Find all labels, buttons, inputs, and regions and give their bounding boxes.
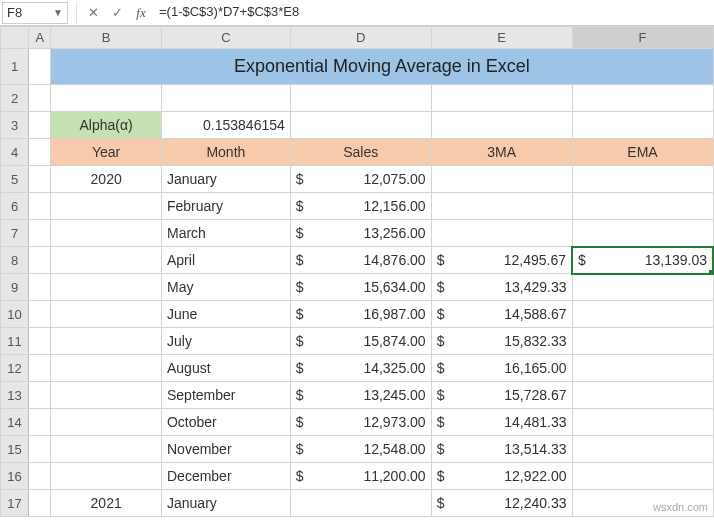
ema-cell[interactable]	[572, 436, 713, 463]
sales-cell[interactable]: $12,156.00	[290, 193, 431, 220]
month-cell[interactable]: December	[161, 463, 290, 490]
year-cell[interactable]: 2020	[51, 166, 162, 193]
year-cell[interactable]: 2021	[51, 490, 162, 517]
fx-icon[interactable]: fx	[129, 2, 153, 24]
sales-cell[interactable]: $12,973.00	[290, 409, 431, 436]
ema-cell[interactable]	[572, 166, 713, 193]
row-header[interactable]: 6	[1, 193, 29, 220]
cell[interactable]	[29, 463, 51, 490]
row-header[interactable]: 2	[1, 85, 29, 112]
row-header[interactable]: 4	[1, 139, 29, 166]
cell[interactable]	[29, 355, 51, 382]
year-cell[interactable]	[51, 247, 162, 274]
title-cell[interactable]: Exponential Moving Average in Excel	[51, 49, 713, 85]
row-header[interactable]: 11	[1, 328, 29, 355]
cell[interactable]	[29, 490, 51, 517]
sales-cell[interactable]: $11,200.00	[290, 463, 431, 490]
ema-cell[interactable]	[572, 301, 713, 328]
row-header[interactable]: 12	[1, 355, 29, 382]
sales-cell[interactable]: $15,634.00	[290, 274, 431, 301]
row-header[interactable]: 3	[1, 112, 29, 139]
month-cell[interactable]: October	[161, 409, 290, 436]
cell[interactable]	[431, 112, 572, 139]
ma3-cell[interactable]: $13,429.33	[431, 274, 572, 301]
row-header[interactable]: 10	[1, 301, 29, 328]
cell[interactable]	[29, 274, 51, 301]
name-box[interactable]: F8 ▼	[2, 2, 68, 24]
ma3-cell[interactable]	[431, 220, 572, 247]
sales-cell[interactable]: $14,876.00	[290, 247, 431, 274]
cell[interactable]	[161, 85, 290, 112]
spreadsheet-grid[interactable]: A B C D E F 1 Exponential Moving Average…	[0, 26, 714, 517]
row-header[interactable]: 14	[1, 409, 29, 436]
col-header-D[interactable]: D	[290, 27, 431, 49]
ema-cell[interactable]	[572, 463, 713, 490]
cell[interactable]	[572, 85, 713, 112]
alpha-value-cell[interactable]: 0.153846154	[161, 112, 290, 139]
sales-cell[interactable]: $13,245.00	[290, 382, 431, 409]
year-cell[interactable]	[51, 193, 162, 220]
cell[interactable]	[29, 220, 51, 247]
ema-cell[interactable]	[572, 409, 713, 436]
row-header[interactable]: 5	[1, 166, 29, 193]
cell[interactable]	[29, 436, 51, 463]
cell[interactable]	[29, 409, 51, 436]
month-cell[interactable]: August	[161, 355, 290, 382]
month-cell[interactable]: January	[161, 166, 290, 193]
year-cell[interactable]	[51, 328, 162, 355]
cell[interactable]	[29, 49, 51, 85]
cell[interactable]	[290, 112, 431, 139]
formula-input[interactable]: =(1-$C$3)*D7+$C$3*E8	[153, 2, 714, 24]
sales-cell[interactable]: $15,874.00	[290, 328, 431, 355]
alpha-label-cell[interactable]: Alpha(α)	[51, 112, 162, 139]
header-ema[interactable]: EMA	[572, 139, 713, 166]
select-all-corner[interactable]	[1, 27, 29, 49]
sales-cell[interactable]: $13,256.00	[290, 220, 431, 247]
ma3-cell[interactable]: $12,495.67	[431, 247, 572, 274]
cell[interactable]	[29, 193, 51, 220]
month-cell[interactable]: May	[161, 274, 290, 301]
ema-cell[interactable]	[572, 193, 713, 220]
ma3-cell[interactable]: $12,922.00	[431, 463, 572, 490]
cell[interactable]	[29, 112, 51, 139]
ma3-cell[interactable]: $16,165.00	[431, 355, 572, 382]
header-year[interactable]: Year	[51, 139, 162, 166]
ema-cell[interactable]	[572, 328, 713, 355]
header-sales[interactable]: Sales	[290, 139, 431, 166]
month-cell[interactable]: September	[161, 382, 290, 409]
row-header[interactable]: 16	[1, 463, 29, 490]
sales-cell[interactable]: $14,325.00	[290, 355, 431, 382]
row-header[interactable]: 9	[1, 274, 29, 301]
sales-cell[interactable]: $12,548.00	[290, 436, 431, 463]
ma3-cell[interactable]: $12,240.33	[431, 490, 572, 517]
row-header[interactable]: 8	[1, 247, 29, 274]
col-header-B[interactable]: B	[51, 27, 162, 49]
chevron-down-icon[interactable]: ▼	[53, 7, 63, 18]
cell[interactable]	[572, 112, 713, 139]
row-header[interactable]: 17	[1, 490, 29, 517]
year-cell[interactable]	[51, 463, 162, 490]
row-header[interactable]: 15	[1, 436, 29, 463]
month-cell[interactable]: April	[161, 247, 290, 274]
ema-cell[interactable]	[572, 274, 713, 301]
year-cell[interactable]	[51, 220, 162, 247]
accept-icon[interactable]: ✓	[105, 2, 129, 24]
month-cell[interactable]: January	[161, 490, 290, 517]
year-cell[interactable]	[51, 274, 162, 301]
sales-cell[interactable]: $16,987.00	[290, 301, 431, 328]
cancel-icon[interactable]: ✕	[81, 2, 105, 24]
month-cell[interactable]: March	[161, 220, 290, 247]
ma3-cell[interactable]	[431, 193, 572, 220]
year-cell[interactable]	[51, 409, 162, 436]
header-3ma[interactable]: 3MA	[431, 139, 572, 166]
month-cell[interactable]: February	[161, 193, 290, 220]
cell[interactable]	[29, 166, 51, 193]
ema-cell[interactable]: $13,139.03	[572, 247, 713, 274]
ema-cell[interactable]	[572, 355, 713, 382]
cell[interactable]	[51, 85, 162, 112]
col-header-A[interactable]: A	[29, 27, 51, 49]
row-header[interactable]: 13	[1, 382, 29, 409]
col-header-E[interactable]: E	[431, 27, 572, 49]
year-cell[interactable]	[51, 355, 162, 382]
cell[interactable]	[431, 85, 572, 112]
